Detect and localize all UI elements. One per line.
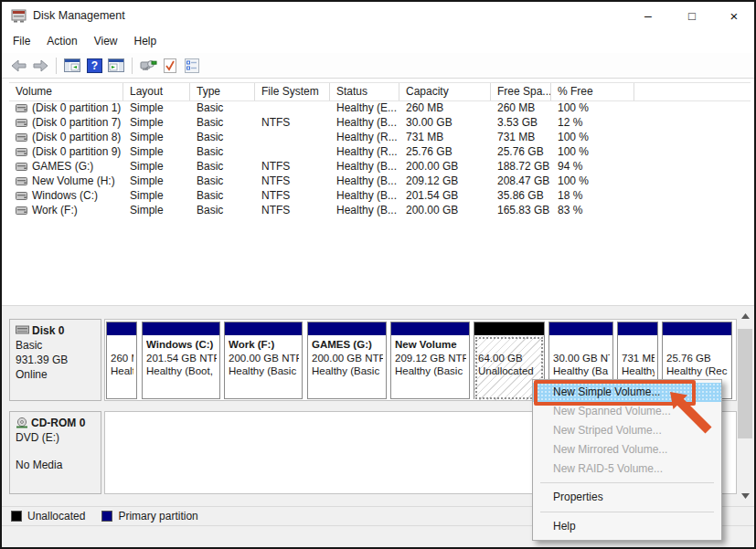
column-header-blank[interactable] <box>634 83 751 100</box>
table-row[interactable]: (Disk 0 partition 9)SimpleBasicHealthy (… <box>9 144 751 159</box>
column-header-layout[interactable]: Layout <box>123 83 190 100</box>
partition-text-line: Healthy (Rec <box>666 364 729 378</box>
menu-item-properties[interactable]: Properties <box>533 487 721 508</box>
table-row[interactable]: (Disk 0 partition 8)SimpleBasicHealthy (… <box>9 130 751 144</box>
partition-block-body: New Volume209.12 GB NTFHealthy (Basic <box>391 336 469 398</box>
vertical-scrollbar[interactable] <box>737 309 753 505</box>
toolbar-check-button[interactable] <box>160 56 180 76</box>
back-icon <box>11 59 27 72</box>
partition-block-windows-c[interactable]: Windows (C:)201.54 GB NTFHealthy (Boot, <box>142 322 220 399</box>
cell-capacity: 25.76 GB <box>399 145 491 158</box>
partition-block-new-volume[interactable]: New Volume209.12 GB NTFHealthy (Basic <box>390 322 470 399</box>
cell-fs: NTFS <box>255 189 330 202</box>
partition-block-work-f[interactable]: Work (F:)200.00 GB NTFHealthy (Basic <box>224 322 303 399</box>
cell-type: Basic <box>190 145 255 158</box>
cell-type: Basic <box>190 116 255 129</box>
table-row[interactable]: (Disk 0 partition 1)SimpleBasicHealthy (… <box>9 100 751 115</box>
cell-free: 208.47 GB <box>491 174 551 187</box>
cell-type: Basic <box>190 131 255 143</box>
cell-pct: 12 % <box>551 116 634 129</box>
partition-text-line <box>553 338 610 352</box>
partition-block-games-g[interactable]: GAMES (G:)200.00 GB NTFHealthy (Basic <box>307 322 387 399</box>
cell-free: 35.86 GB <box>491 189 551 202</box>
maximize-button[interactable]: □ <box>676 2 708 30</box>
menu-action[interactable]: Action <box>38 31 85 53</box>
disk0-type: Basic <box>16 339 95 352</box>
volume-icon <box>16 104 27 112</box>
column-header-free-spa[interactable]: Free Spa... <box>491 83 551 100</box>
cdrom-label-panel[interactable]: CD-ROM 0 DVD (E:) No Media <box>9 411 101 494</box>
partition-block-body: 260 MBHealthy ( <box>107 336 136 398</box>
toolbar-separator <box>132 58 133 74</box>
table-row[interactable]: GAMES (G:)SimpleBasicNTFSHealthy (B...20… <box>9 159 751 174</box>
legend-label: Primary partition <box>118 510 197 523</box>
column-header-file-system[interactable]: File System <box>255 83 330 100</box>
cell-layout: Simple <box>123 145 190 158</box>
toolbar-forward-button[interactable] <box>30 56 50 76</box>
partition-text-line: 260 MB <box>111 352 133 365</box>
partition-text-line: Healthy (Basic <box>312 364 383 378</box>
toolbar-help-button[interactable]: ? <box>84 56 104 76</box>
table-row[interactable]: (Disk 0 partition 7)SimpleBasicNTFSHealt… <box>9 115 751 130</box>
unallocated-bar <box>474 322 544 336</box>
scrollbar-thumb[interactable] <box>738 329 752 438</box>
legend-label: Unallocated <box>27 510 85 523</box>
partition-text-line: Windows (C:) <box>146 338 217 352</box>
partition-text-line <box>622 338 655 352</box>
menu-help[interactable]: Help <box>126 31 165 53</box>
cell-layout: Simple <box>123 204 190 216</box>
cell-volume: Windows (C:) <box>9 189 123 202</box>
cell-type: Basic <box>190 189 255 202</box>
cell-free: 165.83 GB <box>491 204 551 216</box>
column-header-free[interactable]: % Free <box>551 83 634 100</box>
cell-layout: Simple <box>123 101 190 114</box>
partition-text-line: Healthy (Basic <box>229 364 299 378</box>
menu-item-help[interactable]: Help <box>533 516 721 537</box>
menu-view[interactable]: View <box>86 31 126 53</box>
close-button[interactable]: × <box>719 2 750 30</box>
disk0-label-panel[interactable]: Disk 0 Basic 931.39 GB Online <box>9 319 101 401</box>
volume-icon <box>16 206 27 215</box>
check-icon <box>163 58 177 73</box>
title-bar: Disk Management – □ × <box>2 2 754 31</box>
cell-status: Healthy (B... <box>330 174 399 187</box>
volume-icon <box>16 148 27 156</box>
cell-free: 731 MB <box>491 131 551 143</box>
toolbar-console-tree-button[interactable] <box>62 56 82 76</box>
primary-partition-bar <box>107 322 136 336</box>
scroll-up-arrow[interactable] <box>737 309 753 323</box>
toolbar-list-button[interactable] <box>182 56 202 76</box>
toolbar-action-pane-button[interactable] <box>106 56 126 76</box>
volume-list: VolumeLayoutTypeFile SystemStatusCapacit… <box>2 80 754 305</box>
scroll-down-arrow[interactable] <box>737 489 753 503</box>
column-header-status[interactable]: Status <box>330 83 399 100</box>
partition-text-line: Healthy (Ba <box>553 364 610 378</box>
partition-text-line: 200.00 GB NTF <box>229 352 299 365</box>
cell-layout: Simple <box>123 131 190 143</box>
table-row[interactable]: New Volume (H:)SimpleBasicNTFSHealthy (B… <box>9 174 751 188</box>
partition-text-line: GAMES (G:) <box>312 338 383 352</box>
cell-type: Basic <box>190 204 255 216</box>
menu-separator <box>540 482 714 483</box>
partition-text-line: 30.00 GB NT <box>553 352 610 365</box>
cell-capacity: 209.12 GB <box>399 174 491 187</box>
table-row[interactable]: Work (F:)SimpleBasicNTFSHealthy (B...200… <box>9 203 751 217</box>
partition-text-line: Unallocated <box>478 364 541 378</box>
menu-file[interactable]: File <box>5 31 38 53</box>
partition-text-line <box>478 338 541 352</box>
column-header-volume[interactable]: Volume <box>9 83 123 100</box>
partition-text-line: 200.00 GB NTF <box>312 352 383 365</box>
cd-icon <box>16 417 28 428</box>
cell-type: Basic <box>190 174 255 187</box>
partition-text-line: Healthy (Basic <box>395 364 466 378</box>
cell-fs: NTFS <box>255 160 330 173</box>
table-row[interactable]: Windows (C:)SimpleBasicNTFSHealthy (B...… <box>9 188 751 203</box>
minimize-button[interactable]: – <box>633 2 664 30</box>
column-header-capacity[interactable]: Capacity <box>399 83 491 100</box>
legend-item-unallocated: Unallocated <box>11 510 85 523</box>
column-header-type[interactable]: Type <box>190 83 255 100</box>
toolbar-display-button[interactable] <box>138 56 158 76</box>
toolbar-back-button[interactable] <box>8 56 28 76</box>
partition-block-260-mb[interactable]: 260 MBHealthy ( <box>106 322 137 399</box>
primary-partition-bar <box>143 322 219 336</box>
